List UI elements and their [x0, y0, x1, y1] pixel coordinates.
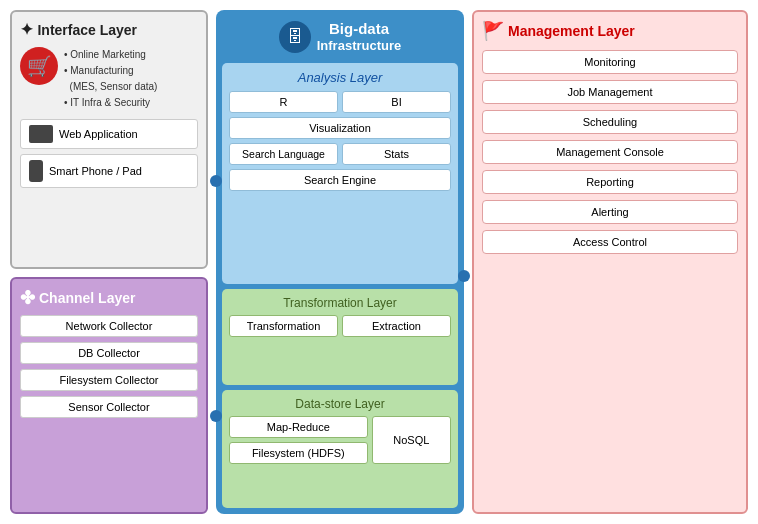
- analysis-visualization-cell: Visualization: [229, 117, 451, 139]
- analysis-r-cell: R: [229, 91, 338, 113]
- management-items: Monitoring Job Management Scheduling Man…: [482, 50, 738, 254]
- extraction-cell: Extraction: [342, 315, 451, 337]
- analysis-search-engine-cell: Search Engine: [229, 169, 451, 191]
- channel-items: Network Collector DB Collector Filesyste…: [20, 315, 198, 418]
- job-management-item: Job Management: [482, 80, 738, 104]
- big-data-header: 🗄 Big-data Infrastructure: [222, 16, 458, 58]
- analysis-layer-title: Analysis Layer: [229, 70, 451, 85]
- big-data-subtitle: Infrastructure: [317, 38, 402, 54]
- smartphone-item: Smart Phone / Pad: [20, 154, 198, 188]
- datastore-layer-box: Data-store Layer Map-Reduce Filesystem (…: [222, 390, 458, 508]
- transformation-layer-box: Transformation Layer Transformation Extr…: [222, 289, 458, 386]
- analysis-bi-cell: BI: [342, 91, 451, 113]
- network-collector-item: Network Collector: [20, 315, 198, 337]
- interface-layer-title: ✦ Interface Layer: [20, 20, 198, 39]
- management-layer: 🚩 Management Layer Monitoring Job Manage…: [472, 10, 748, 514]
- sensor-collector-item: Sensor Collector: [20, 396, 198, 418]
- scheduling-item: Scheduling: [482, 110, 738, 134]
- center-column: 🗄 Big-data Infrastructure Analysis Layer…: [216, 10, 464, 514]
- filesystem-collector-item: Filesystem Collector: [20, 369, 198, 391]
- big-data-infrastructure: 🗄 Big-data Infrastructure Analysis Layer…: [216, 10, 464, 514]
- transformation-cell: Transformation: [229, 315, 338, 337]
- filesystem-hdfs-cell: Filesystem (HDFS): [229, 442, 368, 464]
- monitoring-item: Monitoring: [482, 50, 738, 74]
- right-column: 🚩 Management Layer Monitoring Job Manage…: [472, 10, 748, 514]
- analysis-stats-cell: Stats: [342, 143, 451, 165]
- map-reduce-cell: Map-Reduce: [229, 416, 368, 438]
- analysis-layer-box: Analysis Layer R BI Visualization Search…: [222, 63, 458, 284]
- channel-layer-title: ✤ Channel Layer: [20, 287, 198, 309]
- management-console-item: Management Console: [482, 140, 738, 164]
- nosql-cell: NoSQL: [372, 416, 451, 464]
- left-column: ✦ Interface Layer 🛒 • Online Marketing• …: [10, 10, 208, 514]
- channel-icon: ✤: [20, 287, 35, 309]
- connector-dot-bottom-left: [210, 410, 222, 422]
- interface-layer: ✦ Interface Layer 🛒 • Online Marketing• …: [10, 10, 208, 269]
- datastore-layer-title: Data-store Layer: [229, 397, 451, 411]
- db-collector-item: DB Collector: [20, 342, 198, 364]
- analysis-search-language-cell: Search Language: [229, 143, 338, 165]
- web-app-label: Web Application: [59, 128, 138, 140]
- channel-layer: ✤ Channel Layer Network Collector DB Col…: [10, 277, 208, 514]
- flag-icon: 🚩: [482, 20, 504, 42]
- connector-dot-top-left: [210, 175, 222, 187]
- big-data-title: Big-data: [317, 20, 402, 38]
- web-application-item: Web Application: [20, 119, 198, 149]
- reporting-item: Reporting: [482, 170, 738, 194]
- monitor-icon: [29, 125, 53, 143]
- transformation-layer-title: Transformation Layer: [229, 296, 451, 310]
- management-layer-title: 🚩 Management Layer: [482, 20, 738, 42]
- smartphone-label: Smart Phone / Pad: [49, 165, 142, 177]
- alerting-item: Alerting: [482, 200, 738, 224]
- star-icon: ✦: [20, 21, 37, 38]
- phone-icon: [29, 160, 43, 182]
- cart-icon: 🛒: [20, 47, 58, 85]
- access-control-item: Access Control: [482, 230, 738, 254]
- connector-dot-right: [458, 270, 470, 282]
- interface-bullets: • Online Marketing• Manufacturing (MES, …: [64, 47, 157, 111]
- database-icon: 🗄: [279, 21, 311, 53]
